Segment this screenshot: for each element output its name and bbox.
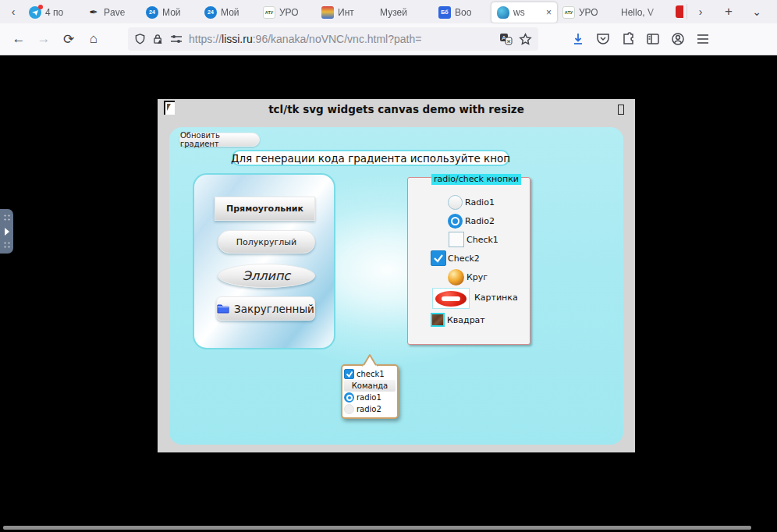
tab-label: Pave — [104, 7, 135, 18]
svg-widgets-canvas: Обновить градиент Для генерации кода гра… — [169, 127, 623, 445]
tab-muzei[interactable]: Музей — [374, 2, 433, 23]
tab-label: ws — [513, 7, 542, 18]
reload-button[interactable]: ⟳ — [56, 27, 81, 51]
grip-dots — [3, 241, 10, 249]
cloud24-icon: 24 — [146, 6, 158, 19]
bookmark-star-icon[interactable] — [519, 33, 532, 46]
radio2-unchecked-icon[interactable] — [344, 404, 354, 414]
url-text[interactable]: https://lissi.ru:96/kanaka/noVNC/vnc.htm… — [189, 33, 493, 45]
notification-dot — [38, 5, 43, 9]
toolbar-actions — [571, 32, 710, 46]
downloads-icon[interactable] — [571, 32, 585, 46]
popup-pointer — [360, 353, 380, 367]
url-bar[interactable]: ! https://lissi.ru:96/kanaka/noVNC/vnc.h… — [128, 27, 538, 51]
window-titlebar[interactable]: tcl/tk svg widgets canvas demo with resi… — [158, 99, 635, 119]
check1-control[interactable] — [449, 232, 464, 247]
emblem-icon — [321, 6, 334, 19]
check2-control[interactable] — [431, 250, 446, 266]
tab-pave[interactable]: ✒ Pave — [82, 2, 140, 23]
back-button[interactable]: ← — [6, 27, 31, 51]
popup-radio2-label: radio2 — [357, 405, 381, 413]
list-tabs-button[interactable]: ⌄ — [747, 2, 767, 22]
atu-icon: АТУ — [562, 6, 575, 19]
tab-label: Boo — [455, 7, 486, 18]
account-icon[interactable] — [671, 32, 685, 46]
lock-warning-icon[interactable]: ! — [152, 33, 164, 45]
refresh-gradient-button[interactable]: Обновить градиент — [179, 133, 260, 147]
tab-scroll-left-button[interactable]: ‹ — [3, 2, 23, 22]
tab-telegram[interactable]: 4 по — [23, 2, 82, 23]
close-tab-icon[interactable]: × — [546, 7, 552, 18]
tab-hello[interactable]: Hello, V — [616, 2, 674, 23]
tab-book[interactable]: Бб Boo — [433, 2, 491, 23]
rounded-button[interactable]: Закругленный — [216, 296, 315, 321]
square-image-button[interactable] — [431, 313, 445, 327]
radio2-label: Radio2 — [465, 216, 495, 226]
tab-uro-2[interactable]: АТУ УРО — [557, 2, 616, 23]
extensions-puzzle-icon[interactable] — [621, 32, 635, 46]
tab-uro-1[interactable]: АТУ УРО — [257, 2, 316, 23]
sphere-label: Круг — [467, 272, 488, 282]
red-ellipse-image — [435, 291, 467, 307]
radio-check-panel: radio/check кнопки Radio1 Radio2 Check1 … — [407, 177, 530, 345]
browser-window: ‹ 4 по ✒ Pave 24 Мой 24 Мой АТУ УРО Инт — [0, 0, 777, 532]
forward-button[interactable]: → — [31, 27, 56, 51]
expand-arrow-icon — [5, 228, 9, 236]
permissions-toggle-icon[interactable] — [170, 34, 183, 44]
shield-icon[interactable] — [134, 33, 146, 45]
check1-checked-icon[interactable] — [344, 369, 354, 379]
radio2-control[interactable] — [448, 214, 463, 229]
quill-icon: ✒ — [87, 6, 100, 19]
partial-tab-icon[interactable] — [676, 5, 683, 18]
picture-label: Картинка — [474, 293, 518, 303]
tab-label: УРО — [279, 7, 310, 18]
tab-label: УРО — [579, 7, 610, 18]
popup-menu: check1 Команда radio1 radio2 — [341, 364, 399, 419]
new-tab-button[interactable]: + — [718, 2, 739, 22]
horizontal-scrollbar-thumb[interactable] — [3, 526, 751, 530]
translate-icon[interactable]: A ж — [499, 33, 513, 45]
tab-cloud-2[interactable]: 24 Мой — [199, 2, 257, 23]
popup-command-label: Команда — [352, 381, 388, 390]
cloud-ws-icon — [497, 6, 509, 19]
menu-hamburger-icon[interactable] — [696, 33, 710, 45]
gradient-hint-message: Для генерации кода градиента используйте… — [232, 150, 509, 166]
tab-int[interactable]: Инт — [316, 2, 374, 23]
tk-app-window: tcl/tk svg widgets canvas demo with resi… — [158, 99, 635, 452]
tab-cloud-1[interactable]: 24 Мой — [140, 2, 199, 23]
books-icon: Бб — [438, 6, 451, 19]
tab-scroll-right-button[interactable]: › — [690, 2, 711, 22]
popup-check1-item[interactable]: check1 — [344, 368, 396, 380]
divider — [687, 4, 687, 20]
folder-icon — [217, 303, 229, 314]
square-label: Квадрат — [447, 315, 485, 325]
shape-buttons-panel: Прямоугольник Полукруглый Эллипс Закругл… — [193, 173, 335, 349]
picture-button[interactable] — [432, 288, 470, 309]
vnc-viewport: tcl/tk svg widgets canvas demo with resi… — [0, 55, 777, 532]
ellipse-button[interactable]: Эллипс — [218, 264, 315, 288]
popup-radio1-label: radio1 — [357, 393, 381, 402]
semiround-button[interactable]: Полукруглый — [218, 230, 315, 254]
sidebar-toggle-icon[interactable] — [646, 32, 660, 46]
svg-text:!: ! — [161, 41, 162, 44]
sphere-image-button[interactable] — [448, 269, 464, 286]
radio1-control[interactable] — [448, 195, 463, 210]
window-restore-icon[interactable] — [618, 105, 624, 115]
popup-check1-label: check1 — [357, 370, 385, 378]
panel-title: radio/check кнопки — [431, 174, 521, 185]
window-title: tcl/tk svg widgets canvas demo with resi… — [158, 103, 635, 115]
home-button[interactable]: ⌂ — [81, 27, 106, 51]
rectangle-button[interactable]: Прямоугольник — [215, 197, 315, 221]
pocket-icon[interactable] — [596, 32, 610, 46]
tab-label: Мой — [162, 7, 193, 18]
tab-label: Hello, V — [621, 7, 669, 18]
popup-radio2-item[interactable]: radio2 — [344, 403, 396, 415]
popup-radio1-item[interactable]: radio1 — [344, 392, 396, 403]
telegram-icon — [29, 6, 41, 19]
popup-command-item[interactable]: Команда — [344, 380, 396, 392]
radio1-checked-icon[interactable] — [344, 392, 354, 403]
rounded-button-label: Закругленный — [234, 303, 314, 315]
vnc-control-bar-handle[interactable] — [0, 209, 13, 254]
tab-label: Мой — [221, 7, 252, 18]
tab-ws-active[interactable]: ws × — [491, 2, 557, 23]
